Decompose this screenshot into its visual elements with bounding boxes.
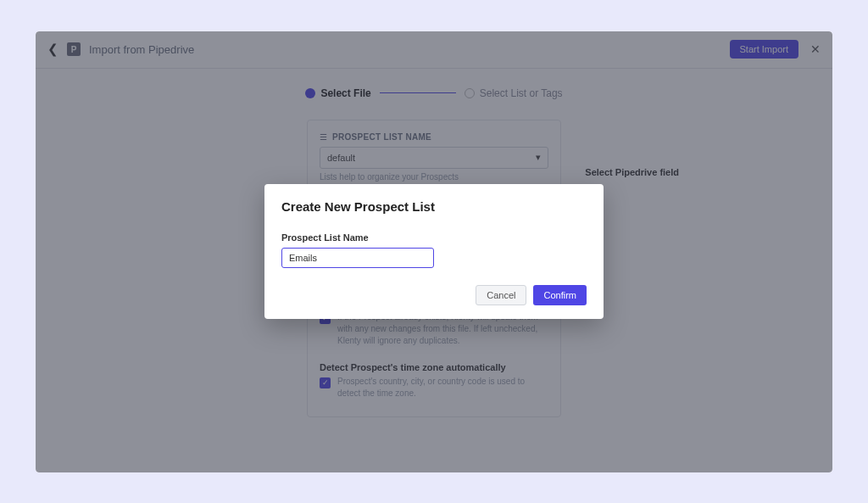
- import-window: ❮ P Import from Pipedrive Start Import ✕…: [36, 31, 832, 472]
- modal-title: Create New Prospect List: [281, 199, 587, 214]
- modal-overlay: Create New Prospect List Prospect List N…: [36, 31, 832, 472]
- modal-field-label: Prospect List Name: [281, 232, 587, 243]
- confirm-button[interactable]: Confirm: [533, 285, 587, 305]
- prospect-list-name-input[interactable]: [281, 248, 434, 268]
- cancel-button[interactable]: Cancel: [476, 285, 526, 305]
- create-prospect-list-modal: Create New Prospect List Prospect List N…: [264, 184, 604, 319]
